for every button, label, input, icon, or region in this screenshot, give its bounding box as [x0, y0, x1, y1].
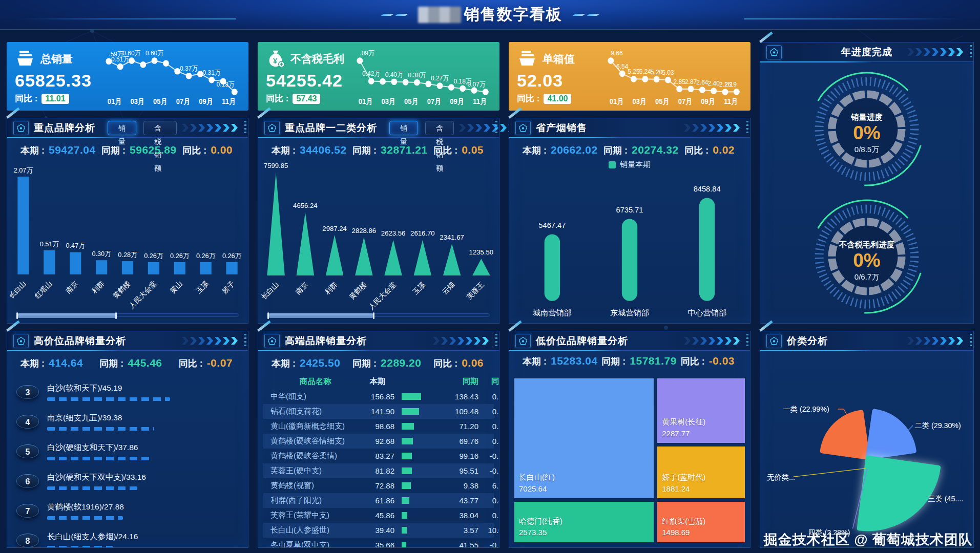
triangle-bar[interactable]: [472, 259, 490, 275]
bar[interactable]: [622, 219, 637, 301]
pie-label-no-class: 无价类...: [767, 473, 795, 481]
table-row[interactable]: 芙蓉王(硬中支)81.82 95.51-0.14: [263, 463, 494, 478]
price-class-pie-chart[interactable]: 一类 (22.99%) 二类 (29.30%) 三类 (45.... 无价类..…: [760, 351, 973, 553]
bar[interactable]: [44, 250, 55, 274]
table-row[interactable]: 黄山(徽商新概念细支)98.68 71.200.39: [263, 419, 494, 434]
stat-prior-label: 同期 :: [603, 144, 628, 157]
tab-tax-sales[interactable]: 含税销额: [425, 121, 454, 135]
table-row[interactable]: 芙蓉王(荣耀中支)45.86 38.040.21: [263, 508, 494, 523]
pie-slice-class3: [859, 458, 939, 529]
triangle-bar[interactable]: [355, 237, 372, 275]
table-row[interactable]: 中华(细支)156.85 138.430.13: [263, 389, 494, 404]
chevron-decoration: [433, 337, 494, 345]
table-row[interactable]: 黄鹤楼(硬峡谷柔情)83.27 99.16-0.16: [263, 449, 494, 463]
treemap-block[interactable]: 黄果树(长征)2287.77: [656, 377, 746, 444]
table-row[interactable]: 长白山(人参盛世)39.40 3.5710.04: [263, 523, 494, 538]
triangle-bar[interactable]: [267, 173, 284, 275]
tab-sales-volume[interactable]: 销量: [108, 121, 136, 135]
triangle-bar[interactable]: [414, 240, 431, 275]
bar[interactable]: [545, 235, 560, 301]
bar[interactable]: [200, 262, 212, 274]
rank-item[interactable]: 3 白沙(软和天下)/45.19: [16, 377, 238, 407]
bar-value-label: 0.47万: [66, 242, 86, 249]
rank-badge: 6: [16, 474, 39, 488]
point-label: 5.20: [651, 68, 662, 75]
kpi-value: 52.03: [517, 71, 603, 91]
profit-progress-gauge[interactable]: 不含税毛利进度0%0/6.7万: [805, 195, 929, 318]
bar[interactable]: [226, 262, 237, 274]
stat-current-label: 本期 :: [523, 144, 547, 157]
category-label: 玉溪: [411, 281, 427, 296]
title-text: 销售数字看板: [464, 4, 562, 25]
panel-header: 高价位品牌销量分析: [7, 331, 248, 351]
chevron-decoration: [907, 48, 968, 56]
table-row[interactable]: 黄鹤楼(视窗)72.88 9.386.77: [263, 478, 494, 493]
bar-value-label: 8458.84: [694, 185, 721, 193]
triangle-bar[interactable]: [384, 240, 402, 275]
rank-label: 白沙(硬和天下双中支)/33.16: [47, 472, 238, 483]
table-row[interactable]: 冬虫夏草(双中支)35.66 41.55-0.14: [263, 538, 494, 547]
bar[interactable]: [174, 262, 185, 274]
stat-yoy-value: 0.02: [713, 144, 735, 156]
category-label: 东城营销部: [610, 308, 649, 317]
kpi-trend-chart[interactable]: 9.666.545.255.245.205.032.852.872.642.40…: [603, 47, 746, 108]
sales-progress-gauge[interactable]: 销量进度0%0/8.5万: [805, 67, 929, 191]
rank-badge: 3: [16, 385, 39, 399]
chart-legend[interactable]: 销量本期: [509, 159, 750, 169]
slider-thumb[interactable]: [17, 313, 116, 318]
key-brand-bar-chart[interactable]: 2.07万长白山0.51万红塔山0.47万南京0.30万利群0.28万黄鹤楼0.…: [7, 159, 248, 312]
kpi-trend-chart[interactable]: .09万0.42万0.40万0.38万0.27万0.18万0.07万01月03月…: [352, 47, 495, 108]
rank-item[interactable]: 7 黄鹤楼(软1916)/27.88: [16, 496, 238, 525]
stat-prior-label: 同期 :: [601, 355, 625, 368]
yoy-label: 同比 :: [517, 93, 539, 104]
rank-item[interactable]: 5 白沙(硬细支和天下)/37.86: [16, 436, 238, 466]
month-label: 01月: [359, 98, 372, 105]
bar-value-label: 5467.47: [538, 221, 566, 229]
stats-row: 本期 :414.64 同期 :445.46 同比 :-0.07: [7, 351, 248, 372]
kpi-trend-chart[interactable]: .59万0.51万0.60万0.60万0.37万0.31万0.13万01月03月…: [101, 47, 244, 108]
triangle-bar[interactable]: [297, 212, 314, 275]
month-label: 05月: [655, 98, 669, 105]
bar[interactable]: [96, 260, 107, 274]
stats-row: 本期 :2425.50 同期 :2289.20 同比 :0.06: [258, 351, 499, 372]
month-label: 07月: [427, 98, 441, 105]
data-zoom-slider[interactable]: [267, 313, 490, 317]
province-bar-chart[interactable]: 5467.47城南营销部6735.71东城营销部8458.84中心营销部: [509, 169, 750, 327]
dots-edge-decoration: [970, 334, 972, 348]
year-progress-gauges: 销量进度0%0/8.5万 不含税毛利进度0%0/6.7万: [760, 62, 973, 323]
slider-thumb[interactable]: [268, 313, 374, 318]
pentagon-icon: [13, 334, 29, 348]
bar[interactable]: [17, 177, 29, 274]
table-row[interactable]: 黄鹤楼(硬峡谷情细支)92.68 69.760.33: [263, 434, 494, 449]
data-zoom-slider[interactable]: [16, 313, 239, 317]
table-row[interactable]: 利群(西子阳光)61.86 43.770.41: [263, 493, 494, 508]
bar[interactable]: [699, 198, 715, 301]
yoy-badge: 57.43: [293, 94, 320, 104]
treemap-label: 长白山(红)7025.64: [519, 472, 555, 495]
rank-list: 3 白沙(软和天下)/45.19 4 南京(细支九五)/39.38 5 白沙(硬…: [7, 372, 248, 547]
month-label: 11月: [222, 98, 236, 105]
rank-item[interactable]: 6 白沙(硬和天下双中支)/33.16: [16, 466, 238, 496]
treemap-block[interactable]: 红旗渠(雪茄)1498.69: [656, 501, 746, 543]
treemap-block[interactable]: 哈德门(纯香)2573.35: [513, 501, 655, 543]
point-label: 2.19: [725, 81, 737, 88]
treemap-block[interactable]: 长白山(红)7025.64: [513, 377, 655, 499]
treemap-block[interactable]: 娇子(蓝时代)1881.24: [656, 445, 746, 500]
rank-label: 白沙(硬细支和天下)/37.86: [47, 442, 238, 453]
rank-item[interactable]: 4 南京(细支九五)/39.38: [16, 407, 238, 436]
bar-value-label: 2341.67: [440, 233, 464, 241]
rank-item[interactable]: 8 长白山(细支人参烟)/24.16: [16, 525, 238, 547]
bar[interactable]: [122, 261, 133, 274]
key-brand-class-triangle-chart[interactable]: 7599.85长白山4656.24南京2987.24利群2828.86黄鹤楼26…: [258, 159, 499, 312]
tab-tax-sales[interactable]: 含税销额: [143, 121, 177, 135]
bar[interactable]: [70, 252, 81, 274]
tab-sales-volume[interactable]: 销量: [389, 121, 418, 135]
panel-title: 高价位品牌销量分析: [34, 334, 126, 348]
panel-premium-brand: 高端品牌销量分析 本期 :2425.50 同期 :2289.20 同比 :0.0…: [258, 331, 499, 548]
bar-value-label: 2616.70: [410, 229, 435, 237]
bar[interactable]: [148, 262, 159, 274]
category-label: 长白山: [261, 281, 280, 301]
triangle-bar[interactable]: [443, 244, 461, 275]
triangle-bar[interactable]: [326, 235, 343, 275]
table-row[interactable]: 钻石(细支荷花)141.90 109.480.30: [263, 404, 494, 419]
